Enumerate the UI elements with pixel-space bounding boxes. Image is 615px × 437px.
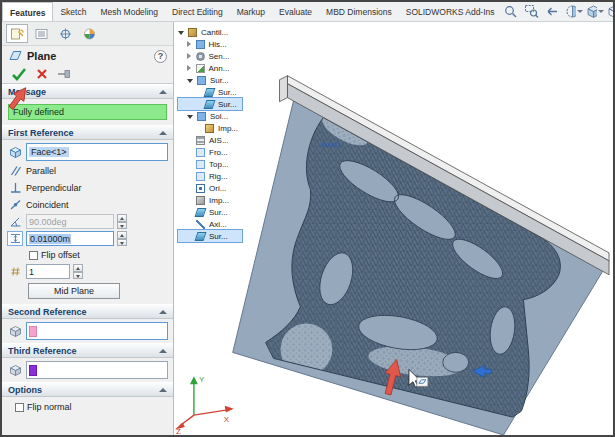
tab-mbd-dimensions[interactable]: MBD Dimensions — [319, 2, 399, 21]
tree-item-solid-body[interactable]: Imp... — [178, 122, 242, 134]
help-icon[interactable]: ? — [154, 50, 167, 63]
perpendicular-icon — [7, 180, 23, 195]
expand-icon[interactable] — [187, 53, 191, 59]
expand-spacer — [196, 89, 203, 96]
group-header-options[interactable]: Options — [2, 382, 173, 397]
tree-item-imported-feature[interactable]: Imp... — [178, 194, 242, 206]
axis1-label[interactable]: Axis1 — [321, 140, 341, 149]
part-icon — [188, 28, 197, 37]
tree-item-right-plane[interactable]: Rig... — [178, 170, 242, 182]
flip-offset-label: Flip offset — [41, 250, 80, 260]
keep-visible-pin-icon[interactable] — [57, 68, 73, 82]
parallel-label: Parallel — [26, 166, 56, 176]
zoom-to-area-icon[interactable] — [523, 4, 541, 20]
group-header-third-reference[interactable]: Third Reference — [2, 343, 173, 358]
tab-markup[interactable]: Markup — [230, 2, 272, 21]
tree-item-origin[interactable]: Ori... — [178, 182, 242, 194]
feature-tree-flyout: Cantil... His... Sen... Ann... Sur... Su… — [178, 26, 242, 242]
property-manager-tab[interactable] — [6, 24, 28, 43]
offset-distance-stepper[interactable] — [117, 231, 127, 246]
tab-evaluate[interactable]: Evaluate — [272, 2, 319, 21]
parallel-option-row[interactable]: Parallel — [2, 162, 173, 179]
tab-solidworks-add-ins[interactable]: SOLIDWORKS Add-Ins — [399, 2, 502, 21]
tree-item-part[interactable]: Cantil... — [178, 26, 242, 38]
command-manager-tab-bar: Features Sketch Mesh Modeling Direct Edi… — [2, 2, 613, 22]
tree-item-front-plane[interactable]: Fro... — [178, 146, 242, 158]
group-header-message[interactable]: Message — [2, 84, 173, 99]
axis-icon — [196, 220, 205, 229]
offset-distance-input[interactable]: 0.01000m — [26, 231, 114, 246]
group-label: Options — [8, 385, 42, 395]
expand-icon[interactable] — [178, 31, 184, 35]
status-badge: Fully defined — [8, 104, 167, 120]
tree-item-surface-feature[interactable]: Sur... — [178, 206, 242, 218]
tab-mesh-modeling[interactable]: Mesh Modeling — [93, 2, 165, 21]
offset-distance-value[interactable]: 0.01000m — [29, 234, 71, 244]
view-toolbar — [502, 2, 615, 21]
graphics-area[interactable]: Axis1 — [174, 22, 613, 435]
tree-item-history[interactable]: His... — [178, 38, 242, 50]
tab-direct-editing[interactable]: Direct Editing — [165, 2, 230, 21]
expand-spacer — [196, 125, 203, 132]
surface-body-icon — [204, 100, 216, 109]
angle-stepper[interactable] — [117, 214, 127, 229]
material-icon — [196, 136, 205, 145]
expand-spacer — [187, 221, 194, 228]
cancel-x-icon[interactable] — [36, 68, 48, 82]
instance-count-input[interactable]: 1 — [26, 264, 70, 279]
expand-icon[interactable] — [187, 65, 191, 71]
tree-item-axis[interactable]: Axi... — [178, 218, 242, 230]
tree-item-surface-selected[interactable]: Sur... — [178, 230, 242, 242]
flip-offset-checkbox[interactable] — [29, 251, 38, 260]
history-folder-icon — [196, 40, 205, 49]
plane-icon — [196, 172, 205, 181]
offset-distance-icon — [7, 231, 23, 246]
tree-item-solid-bodies-folder[interactable]: Sol... — [178, 110, 242, 122]
expand-icon[interactable] — [187, 115, 193, 119]
third-reference-selection-box[interactable] — [26, 361, 168, 379]
expand-icon[interactable] — [187, 79, 193, 83]
instance-count-stepper[interactable] — [73, 264, 83, 279]
tree-item-surface-bodies-folder[interactable]: Sur... — [178, 74, 242, 86]
configuration-manager-tab[interactable] — [30, 24, 52, 43]
expand-spacer — [187, 161, 194, 168]
flip-normal-checkbox[interactable] — [15, 403, 24, 412]
display-manager-tab[interactable] — [78, 24, 100, 43]
tree-item-sensors[interactable]: Sen... — [178, 50, 242, 62]
first-reference-selection-box[interactable]: Face<1> — [26, 143, 168, 161]
angle-input[interactable]: 90.00deg — [26, 214, 114, 229]
plane-icon — [196, 148, 205, 157]
flip-offset-row: Flip offset — [24, 247, 173, 263]
display-style-icon[interactable] — [607, 4, 615, 20]
zoom-to-fit-icon[interactable] — [502, 4, 520, 20]
tree-item-annotations[interactable]: Ann... — [178, 62, 242, 74]
triad-x-label: X — [224, 415, 230, 424]
selected-face[interactable]: Face<1> — [29, 147, 69, 157]
second-reference-selection-box[interactable] — [26, 322, 168, 340]
coincident-option-row[interactable]: Coincident — [2, 196, 173, 213]
tree-item-surface-body-selected[interactable]: Sur... — [178, 98, 242, 110]
expand-spacer — [187, 209, 194, 216]
tree-item-top-plane[interactable]: Top... — [178, 158, 242, 170]
sensors-icon — [196, 52, 205, 61]
expand-icon[interactable] — [187, 41, 191, 47]
tab-sketch[interactable]: Sketch — [53, 2, 93, 21]
perpendicular-option-row[interactable]: Perpendicular — [2, 179, 173, 196]
ok-check-icon[interactable] — [11, 67, 27, 83]
surface-body-icon — [195, 208, 207, 217]
triad-y-label: Y — [199, 375, 205, 384]
solid-body-icon — [205, 124, 214, 133]
tab-features[interactable]: Features — [2, 2, 53, 21]
group-header-second-reference[interactable]: Second Reference — [2, 304, 173, 319]
angle-row: 90.00deg — [2, 213, 173, 230]
tree-item-surface-body[interactable]: Sur... — [178, 86, 242, 98]
view-orientation-icon[interactable] — [586, 4, 604, 20]
reference-cube-icon — [7, 324, 23, 339]
tree-item-material[interactable]: AIS... — [178, 134, 242, 146]
group-header-first-reference[interactable]: First Reference — [2, 125, 173, 140]
group-label: First Reference — [8, 128, 74, 138]
mid-plane-button[interactable]: Mid Plane — [28, 283, 120, 299]
previous-view-icon[interactable] — [544, 4, 562, 20]
section-view-icon[interactable] — [565, 4, 583, 20]
dimxpert-manager-tab[interactable] — [54, 24, 76, 43]
